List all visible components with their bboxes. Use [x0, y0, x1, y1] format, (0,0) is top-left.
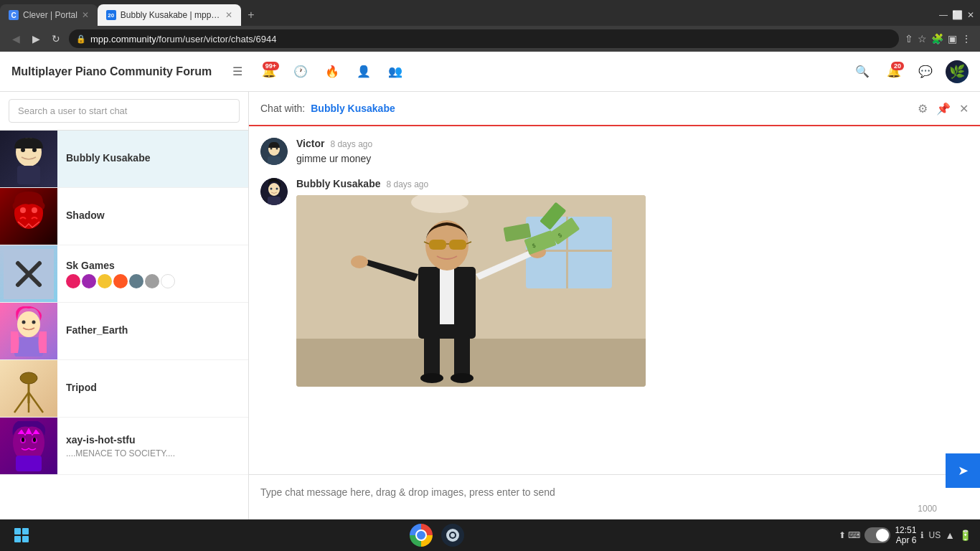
father-avatar: [0, 303, 57, 360]
sk-name: Sk Games: [66, 260, 240, 271]
sk-members: [66, 274, 240, 288]
svg-point-6: [32, 207, 37, 213]
tab-mpp[interactable]: 20 Bubbly Kusakabe | mpp.commu... ✕: [98, 4, 241, 26]
bubbly-author: Bubbly Kusakabe: [296, 178, 380, 189]
chat-with-link[interactable]: Bubbly Kusakabe: [311, 103, 395, 114]
victor-msg-header: Victor 8 days ago: [296, 138, 969, 149]
chat-item-bubbly[interactable]: Bubbly Kusakabe: [0, 131, 248, 188]
clever-tab-close[interactable]: ✕: [82, 10, 89, 20]
notifications-icon[interactable]: 🔔 99+: [258, 60, 281, 83]
bubbly-msg-header: Bubbly Kusakabe 8 days ago: [296, 178, 969, 189]
victor-msg-content: Victor 8 days ago gimme ur money: [296, 138, 969, 166]
pin-icon[interactable]: 📌: [936, 102, 951, 116]
clever-favicon: C: [9, 10, 19, 20]
svg-rect-59: [454, 335, 470, 378]
mpp-tab-close[interactable]: ✕: [225, 10, 232, 20]
chat-item-shadow[interactable]: Shadow: [0, 188, 248, 245]
xay-preview: ....MENACE TO SOCIETY....: [66, 448, 240, 458]
xay-info: xay-is-hot-stfu ....MENACE TO SOCIETY...…: [57, 428, 248, 464]
victor-avatar-svg: [260, 138, 288, 165]
new-tab-button[interactable]: +: [241, 5, 261, 25]
message-bubbly: Bubbly Kusakabe 8 days ago: [260, 178, 969, 387]
chat-icon[interactable]: 💬: [914, 60, 937, 83]
extension-icon[interactable]: 🧩: [931, 33, 943, 44]
svg-rect-46: [449, 240, 466, 250]
group-icon[interactable]: 👥: [384, 60, 407, 83]
send-button[interactable]: ➤: [946, 453, 980, 488]
shadow-avatar: [0, 188, 57, 245]
fire-icon[interactable]: 🔥: [321, 60, 344, 83]
reload-button[interactable]: ↻: [49, 33, 63, 44]
bell-icon[interactable]: 🔔 20: [882, 60, 905, 83]
sidebar-toggle[interactable]: ▣: [948, 33, 957, 44]
sk-info: Sk Games: [57, 254, 248, 294]
svg-point-2: [32, 148, 37, 152]
svg-point-50: [351, 255, 368, 268]
chat-header-actions: ⚙ 📌 ✕: [918, 102, 969, 116]
svg-point-12: [32, 320, 36, 324]
svg-rect-58: [424, 335, 440, 378]
money-throwing-svg: $ $: [296, 195, 646, 387]
bell-badge: 20: [891, 62, 904, 70]
xay-avatar-img: [7, 421, 50, 471]
chat-item-tripod[interactable]: Tripod: [0, 360, 248, 418]
notifications-badge: 99+: [263, 62, 279, 70]
bubbly-msg-avatar: [260, 178, 288, 205]
chat-list: Bubbly Kusakabe: [0, 131, 248, 519]
chat-message-input[interactable]: [260, 486, 937, 498]
svg-rect-45: [429, 240, 446, 250]
shadow-avatar-img: [7, 192, 50, 242]
message-victor: Victor 8 days ago gimme ur money: [260, 138, 969, 166]
search-icon[interactable]: 🔍: [851, 60, 874, 83]
history-icon[interactable]: 🕐: [289, 60, 312, 83]
user-avatar[interactable]: 🌿: [946, 60, 969, 83]
bubbly-msg-time: 8 days ago: [386, 179, 428, 189]
bookmark-icon[interactable]: ☆: [918, 33, 927, 44]
bubbly-avatar: [0, 131, 57, 188]
svg-rect-29: [268, 156, 281, 165]
hamburger-menu-icon[interactable]: ☰: [226, 60, 249, 83]
security-icon: 🔒: [76, 34, 86, 44]
svg-point-32: [270, 187, 273, 189]
chat-item-sk[interactable]: Sk Games: [0, 245, 248, 303]
maximize-btn[interactable]: ⬜: [952, 10, 963, 20]
url-base: mpp.community: [90, 34, 156, 44]
member-5: [129, 274, 143, 288]
svg-point-27: [270, 148, 273, 150]
search-placeholder: Search a user to start chat: [18, 105, 127, 116]
svg-point-11: [22, 320, 26, 324]
settings-icon[interactable]: ⚙: [918, 102, 928, 116]
tab-bar: C Clever | Portal ✕ 20 Bubbly Kusakabe |…: [0, 0, 980, 26]
site-title: Multiplayer Piano Community Forum: [11, 65, 212, 78]
share-icon[interactable]: ⇧: [905, 33, 913, 44]
close-chat-icon[interactable]: ✕: [959, 102, 969, 116]
url-path: /forum/user/victor/chats/6944: [156, 34, 277, 44]
url-bar[interactable]: 🔒 mpp.community/forum/user/victor/chats/…: [69, 29, 899, 48]
father-info: Father_Earth: [57, 319, 248, 344]
tab-clever[interactable]: C Clever | Portal ✕: [0, 4, 98, 26]
search-input[interactable]: Search a user to start chat: [9, 99, 240, 123]
bubbly-msg-avatar-svg: [260, 178, 288, 205]
sk-avatar: [0, 245, 57, 303]
menu-icon[interactable]: ⋮: [961, 33, 971, 44]
bubbly-name: Bubbly Kusakabe: [66, 152, 240, 164]
back-button[interactable]: ◀: [9, 33, 23, 44]
sk-avatar-img: [4, 249, 54, 299]
char-count-row: 1000: [249, 504, 980, 519]
svg-point-60: [420, 373, 443, 383]
forward-button[interactable]: ▶: [29, 33, 43, 44]
chat-item-father[interactable]: Father_Earth: [0, 303, 248, 360]
tripod-avatar: [0, 360, 57, 418]
chat-input-container: 1000 ➤: [249, 474, 980, 519]
minimize-btn[interactable]: —: [939, 10, 948, 20]
svg-point-61: [451, 373, 473, 383]
svg-line-17: [29, 392, 43, 413]
url-display: mpp.community/forum/user/victor/chats/69…: [90, 34, 276, 44]
user-icon[interactable]: 👤: [352, 60, 375, 83]
chat-item-xay[interactable]: xay-is-hot-stfu ....MENACE TO SOCIETY...…: [0, 418, 248, 475]
victor-avatar-inner: [260, 138, 288, 165]
browser-actions: ⇧ ☆ 🧩 ▣ ⋮: [905, 33, 971, 44]
close-btn[interactable]: ✕: [967, 10, 974, 20]
address-bar: ◀ ▶ ↻ 🔒 mpp.community/forum/user/victor/…: [0, 26, 980, 52]
svg-point-14: [20, 372, 37, 384]
